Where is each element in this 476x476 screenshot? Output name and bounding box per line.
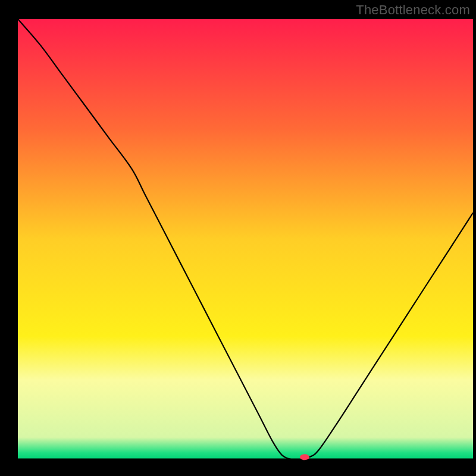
watermark-text: TheBottleneck.com: [356, 2, 470, 18]
optimal-point-marker: [300, 454, 309, 460]
plot-background: [18, 19, 473, 459]
chart-stage: TheBottleneck.com: [0, 0, 476, 476]
bottleneck-chart: [0, 0, 476, 476]
